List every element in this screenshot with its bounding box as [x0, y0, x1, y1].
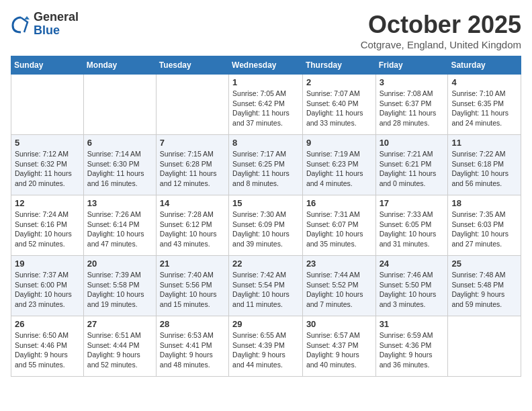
calendar-cell: 15Sunrise: 7:30 AM Sunset: 6:09 PM Dayli…	[229, 195, 303, 256]
day-number: 20	[87, 259, 152, 269]
day-info: Sunrise: 6:57 AM Sunset: 4:37 PM Dayligh…	[306, 330, 372, 370]
logo-text: General Blue	[34, 11, 79, 38]
calendar-cell: 31Sunrise: 6:59 AM Sunset: 4:36 PM Dayli…	[375, 316, 448, 377]
day-info: Sunrise: 7:40 AM Sunset: 5:56 PM Dayligh…	[160, 270, 225, 310]
day-number: 27	[87, 319, 152, 329]
calendar-cell: 7Sunrise: 7:15 AM Sunset: 6:28 PM Daylig…	[156, 135, 228, 195]
day-info: Sunrise: 7:37 AM Sunset: 6:00 PM Dayligh…	[15, 270, 80, 310]
logo: General Blue	[11, 11, 79, 38]
day-info: Sunrise: 7:21 AM Sunset: 6:21 PM Dayligh…	[380, 149, 445, 189]
calendar-cell	[11, 75, 84, 135]
calendar-cell: 25Sunrise: 7:48 AM Sunset: 5:48 PM Dayli…	[448, 256, 521, 316]
day-info: Sunrise: 7:12 AM Sunset: 6:32 PM Dayligh…	[15, 149, 80, 189]
day-info: Sunrise: 7:10 AM Sunset: 6:35 PM Dayligh…	[451, 89, 517, 128]
day-number: 22	[232, 259, 299, 269]
month-title: October 2025	[361, 11, 521, 39]
calendar-cell: 28Sunrise: 6:53 AM Sunset: 4:41 PM Dayli…	[156, 316, 228, 377]
day-number: 10	[380, 138, 445, 148]
day-number: 31	[380, 319, 445, 329]
day-number: 15	[232, 198, 299, 208]
day-info: Sunrise: 7:05 AM Sunset: 6:42 PM Dayligh…	[232, 89, 299, 128]
calendar-cell: 26Sunrise: 6:50 AM Sunset: 4:46 PM Dayli…	[11, 316, 84, 377]
day-number: 23	[306, 259, 372, 269]
title-block: October 2025 Cotgrave, England, United K…	[361, 11, 521, 50]
calendar-cell	[156, 75, 228, 135]
day-info: Sunrise: 7:17 AM Sunset: 6:25 PM Dayligh…	[232, 149, 299, 189]
calendar-cell: 9Sunrise: 7:19 AM Sunset: 6:23 PM Daylig…	[302, 135, 375, 195]
calendar-cell: 6Sunrise: 7:14 AM Sunset: 6:30 PM Daylig…	[83, 135, 156, 195]
day-number: 17	[380, 198, 445, 208]
calendar-week-row: 5Sunrise: 7:12 AM Sunset: 6:32 PM Daylig…	[11, 135, 521, 195]
calendar-cell: 22Sunrise: 7:42 AM Sunset: 5:54 PM Dayli…	[229, 256, 303, 316]
day-header-row: SundayMondayTuesdayWednesdayThursdayFrid…	[11, 56, 521, 75]
day-info: Sunrise: 7:33 AM Sunset: 6:05 PM Dayligh…	[380, 210, 445, 249]
calendar-cell: 29Sunrise: 6:55 AM Sunset: 4:39 PM Dayli…	[229, 316, 303, 377]
calendar-cell: 23Sunrise: 7:44 AM Sunset: 5:52 PM Dayli…	[302, 256, 375, 316]
logo-icon	[11, 14, 31, 34]
calendar-cell: 12Sunrise: 7:24 AM Sunset: 6:16 PM Dayli…	[11, 195, 84, 256]
day-info: Sunrise: 6:53 AM Sunset: 4:41 PM Dayligh…	[160, 330, 225, 370]
day-info: Sunrise: 7:08 AM Sunset: 6:37 PM Dayligh…	[380, 89, 445, 128]
day-info: Sunrise: 7:26 AM Sunset: 6:14 PM Dayligh…	[87, 210, 152, 249]
day-of-week-header: Saturday	[448, 56, 521, 75]
day-number: 7	[160, 138, 225, 148]
day-of-week-header: Wednesday	[229, 56, 303, 75]
day-info: Sunrise: 7:44 AM Sunset: 5:52 PM Dayligh…	[306, 270, 372, 310]
day-of-week-header: Tuesday	[156, 56, 228, 75]
day-number: 2	[306, 77, 372, 87]
day-info: Sunrise: 7:31 AM Sunset: 6:07 PM Dayligh…	[306, 210, 372, 249]
day-number: 13	[87, 198, 152, 208]
day-number: 30	[306, 319, 372, 329]
day-info: Sunrise: 7:14 AM Sunset: 6:30 PM Dayligh…	[87, 149, 152, 189]
calendar-cell: 14Sunrise: 7:28 AM Sunset: 6:12 PM Dayli…	[156, 195, 228, 256]
day-number: 6	[87, 138, 152, 148]
day-number: 19	[15, 259, 80, 269]
day-info: Sunrise: 7:39 AM Sunset: 5:58 PM Dayligh…	[87, 270, 152, 310]
calendar-cell	[83, 75, 156, 135]
calendar-cell: 5Sunrise: 7:12 AM Sunset: 6:32 PM Daylig…	[11, 135, 84, 195]
day-number: 18	[451, 198, 517, 208]
day-info: Sunrise: 7:15 AM Sunset: 6:28 PM Dayligh…	[160, 149, 225, 189]
day-info: Sunrise: 6:51 AM Sunset: 4:44 PM Dayligh…	[87, 330, 152, 370]
day-number: 4	[451, 77, 517, 87]
calendar-cell: 3Sunrise: 7:08 AM Sunset: 6:37 PM Daylig…	[375, 75, 448, 135]
day-info: Sunrise: 7:07 AM Sunset: 6:40 PM Dayligh…	[306, 89, 372, 128]
day-number: 14	[160, 198, 225, 208]
calendar-cell: 20Sunrise: 7:39 AM Sunset: 5:58 PM Dayli…	[83, 256, 156, 316]
day-info: Sunrise: 6:59 AM Sunset: 4:36 PM Dayligh…	[380, 330, 445, 370]
day-number: 8	[232, 138, 299, 148]
page-header: General Blue October 2025 Cotgrave, Engl…	[11, 11, 521, 50]
day-number: 26	[15, 319, 80, 329]
calendar-header: SundayMondayTuesdayWednesdayThursdayFrid…	[11, 56, 521, 75]
day-info: Sunrise: 7:46 AM Sunset: 5:50 PM Dayligh…	[380, 270, 445, 310]
day-of-week-header: Monday	[83, 56, 156, 75]
day-info: Sunrise: 6:55 AM Sunset: 4:39 PM Dayligh…	[232, 330, 299, 370]
day-number: 3	[380, 77, 445, 87]
day-number: 25	[451, 259, 517, 269]
day-info: Sunrise: 7:24 AM Sunset: 6:16 PM Dayligh…	[15, 210, 80, 249]
calendar-cell: 17Sunrise: 7:33 AM Sunset: 6:05 PM Dayli…	[375, 195, 448, 256]
logo-general-text: General	[34, 11, 79, 24]
day-info: Sunrise: 6:50 AM Sunset: 4:46 PM Dayligh…	[15, 330, 80, 370]
calendar-cell: 18Sunrise: 7:35 AM Sunset: 6:03 PM Dayli…	[448, 195, 521, 256]
calendar-cell: 16Sunrise: 7:31 AM Sunset: 6:07 PM Dayli…	[302, 195, 375, 256]
day-number: 1	[232, 77, 299, 87]
day-number: 16	[306, 198, 372, 208]
calendar-cell	[448, 316, 521, 377]
day-info: Sunrise: 7:30 AM Sunset: 6:09 PM Dayligh…	[232, 210, 299, 249]
day-of-week-header: Sunday	[11, 56, 84, 75]
day-number: 9	[306, 138, 372, 148]
day-number: 29	[232, 319, 299, 329]
day-info: Sunrise: 7:28 AM Sunset: 6:12 PM Dayligh…	[160, 210, 225, 249]
calendar-week-row: 1Sunrise: 7:05 AM Sunset: 6:42 PM Daylig…	[11, 75, 521, 135]
calendar-table: SundayMondayTuesdayWednesdayThursdayFrid…	[11, 56, 521, 377]
calendar-cell: 21Sunrise: 7:40 AM Sunset: 5:56 PM Dayli…	[156, 256, 228, 316]
day-number: 28	[160, 319, 225, 329]
day-number: 12	[15, 198, 80, 208]
day-info: Sunrise: 7:48 AM Sunset: 5:48 PM Dayligh…	[451, 270, 517, 310]
location: Cotgrave, England, United Kingdom	[361, 39, 521, 50]
calendar-week-row: 19Sunrise: 7:37 AM Sunset: 6:00 PM Dayli…	[11, 256, 521, 316]
day-number: 24	[380, 259, 445, 269]
day-info: Sunrise: 7:19 AM Sunset: 6:23 PM Dayligh…	[306, 149, 372, 189]
calendar-cell: 24Sunrise: 7:46 AM Sunset: 5:50 PM Dayli…	[375, 256, 448, 316]
